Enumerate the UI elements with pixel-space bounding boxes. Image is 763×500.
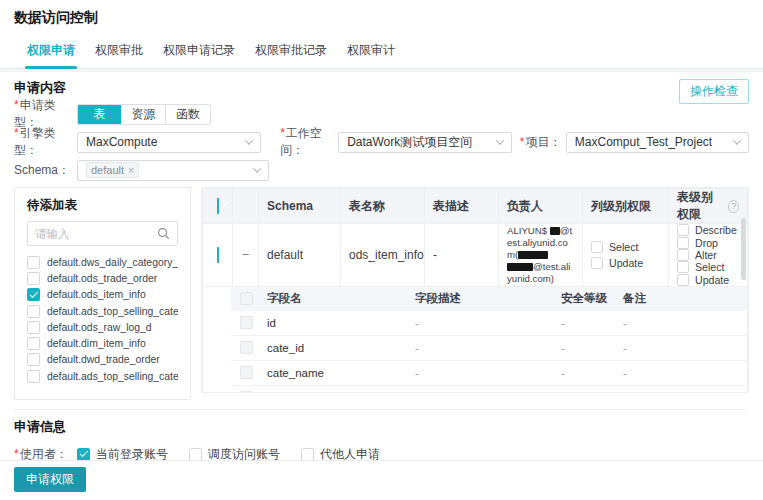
- scrollbar-thumb[interactable]: [741, 218, 746, 280]
- pending-tables-list: default.dws_daily_category_sales default…: [27, 254, 178, 384]
- table-checkbox[interactable]: [27, 353, 40, 366]
- help-icon[interactable]: ?: [728, 200, 739, 213]
- operation-check-button[interactable]: 操作检查: [679, 79, 749, 104]
- apply-content-section: 申请内容 操作检查 *申请类型： 表 资源 函数 *引擎类型： MaxCompu…: [0, 69, 763, 500]
- cell-schema: default: [259, 224, 341, 287]
- perm-checkbox-select[interactable]: [591, 241, 603, 253]
- field-header-name: 字段名: [261, 291, 409, 306]
- tab-approve-records[interactable]: 权限审批记录: [253, 34, 329, 68]
- field-checkbox[interactable]: [240, 366, 253, 379]
- column-header-column-perm: 列级别权限: [583, 189, 669, 224]
- schema-tag: default ×: [86, 162, 139, 178]
- column-header-table-desc: 表描述: [425, 189, 499, 224]
- apply-type-segmented: 表 资源 函数: [77, 104, 211, 125]
- table-checkbox[interactable]: [27, 370, 40, 383]
- redacted-text: [507, 263, 533, 271]
- tabbar: 权限申请 权限审批 权限申请记录 权限审批记录 权限审计: [0, 34, 763, 69]
- required-marker: *: [14, 447, 19, 461]
- required-marker: *: [280, 126, 285, 140]
- redacted-text: [550, 227, 560, 235]
- permissions-grid: Schema 表名称 表描述 负责人 列级别权限 表级别权限? − defaul…: [201, 187, 749, 393]
- table-row: id - - -: [231, 311, 747, 336]
- list-item[interactable]: default.ads_top_selling_categories1: [27, 368, 178, 384]
- engine-type-select[interactable]: MaxCompute: [77, 132, 261, 153]
- field-checkbox[interactable]: [240, 391, 253, 393]
- checkbox[interactable]: [77, 448, 90, 461]
- chevron-down-icon: [496, 136, 504, 144]
- engine-type-label: *引擎类型：: [14, 125, 77, 159]
- tab-apply-records[interactable]: 权限申请记录: [161, 34, 237, 68]
- field-checkbox[interactable]: [240, 316, 253, 329]
- table-checkbox[interactable]: [27, 305, 40, 318]
- select-all-checkbox[interactable]: [217, 198, 219, 214]
- chevron-down-icon: [733, 136, 741, 144]
- checkbox[interactable]: [301, 448, 314, 461]
- list-item[interactable]: default.dim_item_info: [27, 335, 178, 351]
- workspace-select[interactable]: DataWork测试项目空间: [338, 132, 512, 153]
- checkbox[interactable]: [189, 448, 202, 461]
- required-marker: *: [520, 135, 525, 149]
- table-search-input[interactable]: [35, 228, 147, 240]
- table-checkbox[interactable]: [27, 272, 40, 285]
- list-item[interactable]: default.dws_daily_category_sales: [27, 254, 178, 270]
- remove-tag-icon[interactable]: ×: [128, 165, 134, 176]
- pending-tables-title: 待添加表: [27, 197, 178, 214]
- apply-type-table[interactable]: 表: [78, 105, 122, 124]
- table-search-box: [27, 221, 178, 246]
- row-checkbox[interactable]: [217, 247, 219, 263]
- table-checkbox[interactable]: [27, 256, 40, 269]
- table-row: cate_name - - -: [231, 361, 747, 386]
- cell-owner: ALIYUN$ @test.aliyunid.com(@test.aliyuni…: [499, 224, 583, 287]
- list-item[interactable]: default.ads_top_selling_categories: [27, 303, 178, 319]
- apply-type-function[interactable]: 函数: [166, 105, 210, 124]
- chevron-down-icon: [245, 136, 253, 144]
- perm-checkbox-describe[interactable]: [677, 224, 689, 236]
- pending-tables-panel: 待添加表 default.dws_daily_category_sales de…: [14, 187, 191, 400]
- workspace-label: *工作空间：: [280, 125, 338, 159]
- field-header-note: 备注: [617, 291, 747, 306]
- chevron-down-icon: [253, 164, 261, 172]
- schema-select[interactable]: default ×: [77, 160, 269, 181]
- apply-type-resource[interactable]: 资源: [122, 105, 166, 124]
- list-item[interactable]: default.ods_item_info: [27, 287, 178, 303]
- perm-checkbox-update[interactable]: [591, 257, 603, 269]
- collapse-icon[interactable]: −: [242, 247, 250, 262]
- column-header-schema: Schema: [259, 189, 341, 224]
- column-header-table-perm: 表级别权限?: [669, 189, 748, 224]
- section-title-apply-info: 申请信息: [14, 418, 749, 436]
- field-select-all-checkbox[interactable]: [240, 292, 253, 305]
- schema-label: Schema：: [14, 162, 77, 179]
- tab-permission-approve[interactable]: 权限审批: [93, 34, 145, 68]
- table-row: cate_id - - -: [231, 336, 747, 361]
- section-title-apply-content: 申请内容: [14, 79, 66, 97]
- search-icon[interactable]: [157, 227, 170, 240]
- perm-checkbox-alter[interactable]: [677, 249, 689, 261]
- perm-checkbox-update[interactable]: [677, 274, 689, 286]
- cell-table-name: ods_item_info: [341, 224, 425, 287]
- perm-checkbox-select[interactable]: [677, 261, 689, 273]
- fields-subtable: 字段名 字段描述 安全等级 备注 id - -: [231, 287, 747, 393]
- footer-bar: 申请权限: [0, 460, 763, 500]
- perm-checkbox-drop[interactable]: [677, 237, 689, 249]
- cell-table-desc: -: [425, 224, 499, 287]
- cell-column-perms: Select Update: [583, 224, 669, 287]
- field-header-desc: 字段描述: [409, 291, 555, 306]
- expand-column-header: [233, 189, 259, 224]
- table-checkbox[interactable]: [27, 321, 40, 334]
- project-label: *项目：: [520, 134, 566, 151]
- list-item[interactable]: default.ods_trade_order: [27, 270, 178, 286]
- column-header-owner: 负责人: [499, 189, 583, 224]
- list-item[interactable]: default.ods_raw_log_d: [27, 319, 178, 335]
- tab-permission-apply[interactable]: 权限申请: [25, 34, 77, 68]
- table-checkbox[interactable]: [27, 337, 40, 350]
- list-item[interactable]: default.dwd_trade_order: [27, 352, 178, 368]
- column-header-table-name: 表名称: [341, 189, 425, 224]
- cell-table-perms: Describe Drop Alter Select Update: [669, 224, 748, 287]
- submit-apply-button[interactable]: 申请权限: [14, 467, 86, 492]
- project-select[interactable]: MaxComput_Test_Project: [566, 132, 749, 153]
- redacted-text: [518, 251, 548, 259]
- field-checkbox[interactable]: [240, 341, 253, 354]
- tab-permission-audit[interactable]: 权限审计: [345, 34, 397, 68]
- table-row: commodity_id - - -: [231, 386, 747, 393]
- table-checkbox[interactable]: [27, 288, 40, 301]
